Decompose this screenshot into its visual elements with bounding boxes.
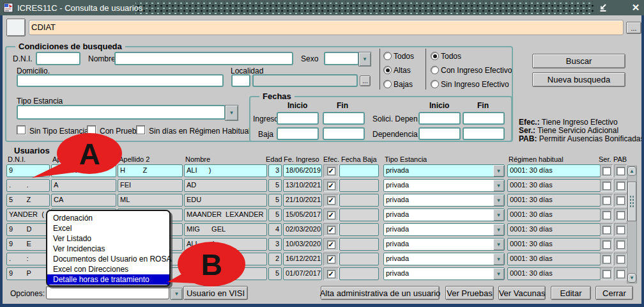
radio-estado-altas-label[interactable]: Altas: [394, 66, 411, 75]
cell-fe-ingreso[interactable]: 10/03/2020: [283, 238, 322, 251]
cerrar-button[interactable]: Cerrar: [595, 286, 633, 300]
cell-nombre[interactable]: ALI ): [184, 238, 267, 251]
radio-estado-bajas[interactable]: [383, 80, 392, 88]
opciones-select[interactable]: [46, 287, 169, 299]
cell-pab-checkbox[interactable]: [614, 223, 627, 236]
dni-input[interactable]: [36, 52, 80, 65]
radio-ingreso-con[interactable]: [431, 66, 439, 74]
baja-fin-input[interactable]: [323, 127, 365, 140]
cell-regimen[interactable]: 0001: 30 días: [507, 253, 601, 265]
cell-nombre[interactable]: EDU: [184, 194, 267, 207]
table-scrollbar[interactable]: ▲ ▼: [627, 166, 637, 283]
cell-apellido2[interactable]: H Z: [118, 164, 183, 177]
sin-tipo-estancia-label[interactable]: Sin Tipo Estancia: [29, 127, 89, 136]
radio-ingreso-todos[interactable]: [431, 52, 439, 60]
cell-ser-checkbox[interactable]: [600, 209, 613, 221]
radio-ingreso-con-label[interactable]: Con Ingreso Efectivo: [441, 66, 512, 75]
cell-dni[interactable]: 9: [6, 164, 50, 177]
cell-efec-checkbox[interactable]: ✓: [323, 179, 339, 192]
cell-regimen[interactable]: 0001: 30 días: [507, 164, 601, 177]
con-prueba-checkbox[interactable]: [87, 125, 96, 134]
cell-regimen[interactable]: 0001: 30 días: [507, 267, 601, 280]
tipo-estancia-select[interactable]: [17, 105, 226, 120]
cell-fecha-baja[interactable]: [339, 194, 379, 207]
localidad-browse-button[interactable]: ...: [360, 75, 371, 86]
cell-regimen[interactable]: 0001: 30 días: [507, 179, 601, 192]
cell-pab-checkbox[interactable]: [614, 179, 627, 192]
cell-efec-checkbox[interactable]: ✓: [323, 267, 339, 280]
cell-fe-ingreso[interactable]: 13/10/2021: [283, 179, 322, 192]
cell-tipo-estancia[interactable]: privada▼: [383, 223, 505, 236]
cell-fe-ingreso[interactable]: 18/06/2019: [283, 164, 322, 177]
localidad-code-input[interactable]: [231, 74, 250, 87]
cell-fecha-baja[interactable]: [339, 209, 379, 221]
domicilio-input[interactable]: [17, 74, 224, 87]
cell-efec-checkbox[interactable]: ✓: [323, 238, 339, 251]
cell-regimen[interactable]: 0001: 30 días: [507, 194, 601, 207]
cell-fe-ingreso[interactable]: 02/03/2020: [283, 223, 322, 236]
cell-tipo-estancia[interactable]: privada▼: [383, 238, 505, 251]
cell-tipo-estancia[interactable]: privada▼: [383, 179, 505, 192]
ingreso-fin-input[interactable]: [323, 112, 365, 125]
editar-button[interactable]: Editar: [551, 286, 591, 300]
scroll-up-icon[interactable]: ▲: [627, 166, 636, 176]
baja-inicio-input[interactable]: [277, 127, 319, 140]
cell-pab-checkbox[interactable]: [614, 164, 627, 177]
menu-item-ver-incidencias[interactable]: Ver Incidencias: [47, 244, 169, 254]
sin-dias-checkbox[interactable]: [136, 125, 145, 134]
dependencia-fin-input[interactable]: [463, 127, 505, 140]
cell-fecha-baja[interactable]: [339, 253, 379, 265]
cell-dni[interactable]: . :: [6, 253, 50, 265]
cell-efec-checkbox[interactable]: ✓: [323, 209, 339, 221]
cell-regimen[interactable]: 0001: 30 días: [507, 238, 601, 251]
cell-dni[interactable]: 9 P: [6, 267, 50, 280]
cell-tipo-estancia[interactable]: privada▼: [383, 194, 505, 207]
cell-tipo-estancia[interactable]: privada▼: [383, 267, 505, 280]
tipo-estancia-dropdown-icon[interactable]: ▼: [225, 105, 238, 121]
cell-fecha-baja[interactable]: [339, 164, 379, 177]
menu-item-excel[interactable]: Excel: [47, 223, 169, 233]
minimize-icon[interactable]: [597, 2, 610, 13]
cell-apellido1[interactable]: CA: [51, 194, 116, 207]
cell-apellido1[interactable]: A: N: [51, 164, 116, 177]
cell-ser-checkbox[interactable]: [600, 179, 613, 192]
cell-dni[interactable]: YANDER (: [6, 209, 50, 221]
sin-dias-label[interactable]: Sin días en Régimen Habitual: [149, 127, 250, 136]
nueva-busqueda-button[interactable]: Nueva busqueda: [532, 72, 625, 87]
cell-apellido1[interactable]: A: [51, 179, 116, 192]
radio-estado-bajas-label[interactable]: Bajas: [394, 80, 413, 89]
cell-edad[interactable]: 5: [268, 209, 282, 221]
close-icon[interactable]: ✕: [629, 2, 642, 13]
cell-dni[interactable]: 9 D: [6, 223, 50, 236]
cell-fecha-baja[interactable]: [339, 223, 379, 236]
usuario-visi-button[interactable]: Usuario en VISI: [183, 286, 248, 300]
cell-fe-ingreso[interactable]: 01/07/2017: [283, 267, 322, 280]
cell-pab-checkbox[interactable]: [614, 267, 627, 280]
cell-efec-checkbox[interactable]: ✓: [323, 253, 339, 265]
sexo-select[interactable]: [324, 52, 359, 65]
cell-fecha-baja[interactable]: [339, 238, 379, 251]
menu-item-ver-listado[interactable]: Ver Listado: [47, 233, 169, 244]
toolbar-browse-button[interactable]: ...: [626, 22, 641, 34]
toolbar-blank-button[interactable]: [6, 19, 26, 36]
radio-ingreso-sin-label[interactable]: Sin Ingreso Efectivo: [441, 80, 509, 89]
cell-pab-checkbox[interactable]: [614, 253, 627, 265]
cell-edad[interactable]: 5: [268, 194, 282, 207]
dependencia-inicio-input[interactable]: [418, 127, 461, 140]
menu-item-excel-direcciones[interactable]: Excel con Direcciones: [47, 264, 169, 274]
ingreso-inicio-input[interactable]: [277, 112, 319, 125]
solici-inicio-input[interactable]: [418, 112, 461, 125]
alta-administrativa-button[interactable]: Alta administrativa de un usuario: [321, 286, 440, 300]
sin-tipo-estancia-checkbox[interactable]: [17, 125, 26, 134]
radio-estado-todos-label[interactable]: Todos: [394, 52, 414, 61]
cell-tipo-estancia[interactable]: privada▼: [383, 253, 505, 265]
scroll-down-icon[interactable]: ▼: [627, 273, 636, 283]
cell-dni[interactable]: 9 E: [6, 238, 50, 251]
cell-pab-checkbox[interactable]: [614, 238, 627, 251]
menu-item-detalle-horas[interactable]: Detalle horas de tratamiento: [47, 274, 169, 285]
cell-edad[interactable]: 5: [268, 267, 282, 280]
buscar-button[interactable]: Buscar: [532, 54, 625, 68]
cell-efec-checkbox[interactable]: ✓: [323, 164, 339, 177]
cell-ser-checkbox[interactable]: [600, 253, 613, 265]
cell-edad[interactable]: 5: [268, 179, 282, 192]
